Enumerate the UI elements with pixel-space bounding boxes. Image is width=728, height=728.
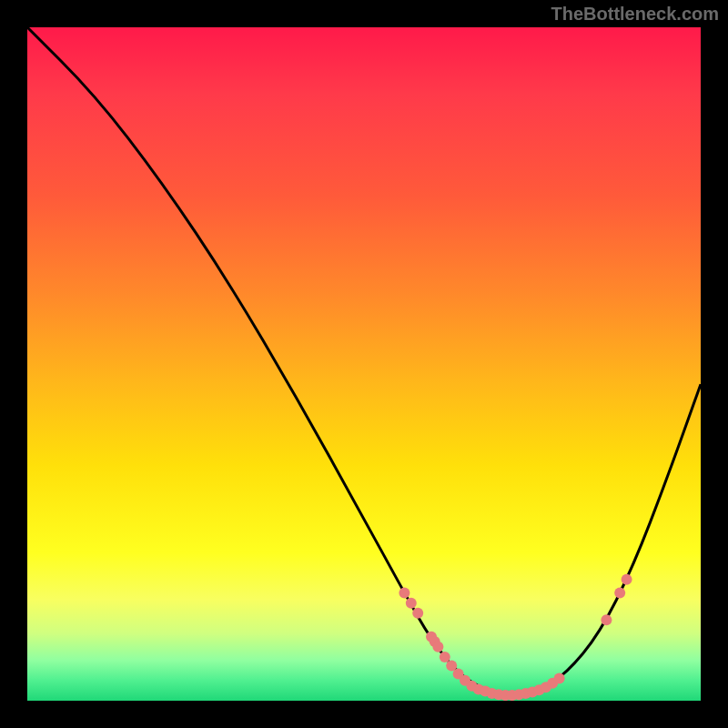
plot-area [27, 27, 701, 701]
data-point [432, 642, 443, 652]
data-point [614, 588, 625, 599]
data-point [601, 614, 612, 625]
data-point [406, 598, 417, 609]
data-point [554, 673, 565, 684]
data-point [399, 588, 410, 599]
data-point [412, 608, 423, 619]
data-point [622, 574, 632, 585]
bottleneck-curve [27, 27, 701, 694]
attribution-text: TheBottleneck.com [551, 4, 719, 25]
data-point [440, 652, 450, 662]
chart-svg [27, 27, 701, 701]
data-points-group [399, 574, 632, 701]
